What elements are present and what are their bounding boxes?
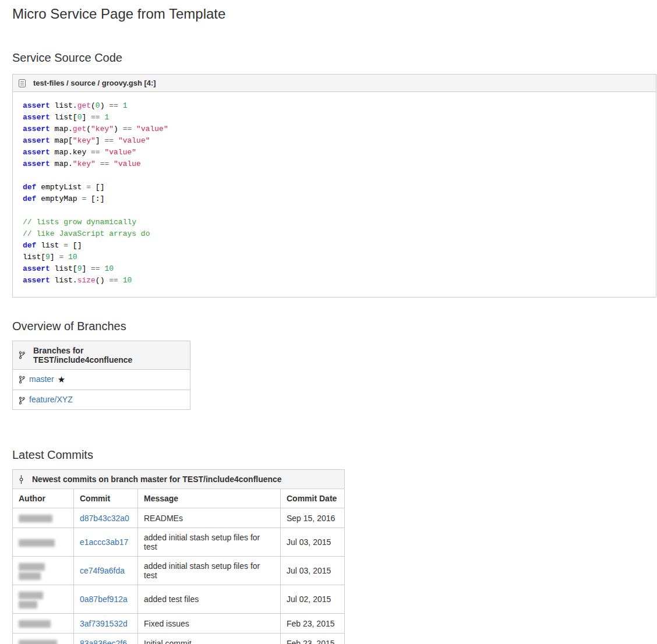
- redacted-author-block: [19, 592, 43, 599]
- commit-author-redacted: [13, 557, 74, 585]
- section-heading-commits: Latest Commits: [12, 448, 657, 462]
- commit-date: Feb 23, 2015: [281, 614, 345, 634]
- redacted-author-block: [19, 640, 57, 644]
- code-line: assert list[9] == 10: [23, 263, 646, 275]
- code-line: assert list.size() == 10: [23, 275, 646, 286]
- commit-row: 3af7391532dFixed issuesFeb 23, 2015: [13, 614, 345, 634]
- branch-icon: [19, 397, 25, 405]
- code-line: list[9] = 10: [23, 252, 646, 263]
- page-title: Micro Service Page from Template: [12, 6, 657, 22]
- commit-message: added test files: [138, 585, 281, 614]
- branches-table: Branches for TEST/include4confluence mas…: [12, 341, 190, 410]
- page-root: Micro Service Page from Template Service…: [0, 0, 657, 644]
- code-lines: assert list.get(0) == 1assert list[0] ==…: [23, 100, 646, 286]
- branch-icon: [19, 351, 25, 359]
- code-line: def emptyMap = [:]: [23, 193, 646, 205]
- commit-row: e1accc3ab17added initial stash setup fil…: [13, 528, 345, 557]
- commit-link[interactable]: 83a836ec2f6: [80, 639, 127, 644]
- commit-row: 0a87bef912aadded test filesJul 02, 2015: [13, 585, 345, 614]
- column-header-author: Author: [13, 489, 74, 508]
- code-line: // like JavaScript arrays do: [23, 228, 646, 240]
- section-heading-source-code: Service Source Code: [12, 51, 657, 65]
- commit-message: added initial stash setup files for test: [138, 528, 281, 557]
- commit-author-redacted: [13, 528, 74, 557]
- commit-row: 83a836ec2f6Initial commitFeb 23, 2015: [13, 634, 345, 644]
- redacted-author-block: [19, 563, 45, 571]
- commit-date: Jul 02, 2015: [281, 585, 345, 614]
- commit-link[interactable]: d87b43c32a0: [80, 514, 129, 523]
- commit-date: Jul 03, 2015: [281, 557, 345, 585]
- code-line: def emptyList = []: [23, 182, 646, 193]
- redacted-author-block: [19, 572, 41, 580]
- code-line: assert map["key"] == "value": [23, 135, 646, 147]
- branches-panel-header: Branches for TEST/include4confluence: [33, 346, 184, 365]
- commit-author-redacted: [13, 508, 74, 528]
- commit-date: Sep 15, 2016: [281, 508, 345, 528]
- branch-row: feature/XYZ: [13, 390, 190, 410]
- commits-panel-header: Newest commits on branch master for TEST…: [32, 475, 282, 484]
- commit-message: READMEs: [138, 508, 281, 528]
- code-block: assert list.get(0) == 1assert list[0] ==…: [13, 92, 656, 297]
- commit-author-redacted: [13, 634, 74, 644]
- code-line: assert map."key" == "value: [23, 158, 646, 170]
- column-header-commit-date: Commit Date: [281, 489, 345, 508]
- redacted-author-block: [19, 620, 51, 628]
- commit-author-redacted: [13, 585, 74, 614]
- redacted-author-block: [19, 601, 37, 608]
- section-heading-branches: Overview of Branches: [12, 320, 657, 333]
- branch-link[interactable]: master: [29, 374, 54, 384]
- commit-message: Fixed issues: [138, 614, 281, 634]
- code-panel-title: test-files / source / groovy.gsh [4:]: [33, 79, 156, 87]
- star-icon: ★: [58, 374, 65, 384]
- commit-row: d87b43c32a0READMEsSep 15, 2016: [13, 508, 345, 528]
- code-line: [23, 170, 646, 182]
- code-line: assert map.get("key") == "value": [23, 123, 646, 135]
- commit-row: ce74f9a6fdaadded initial stash setup fil…: [13, 557, 345, 585]
- commit-link[interactable]: e1accc3ab17: [80, 537, 128, 547]
- branch-link[interactable]: feature/XYZ: [29, 395, 73, 404]
- commit-message: added initial stash setup files for test: [138, 557, 281, 585]
- column-header-commit: Commit: [74, 489, 138, 508]
- code-line: def list = []: [23, 240, 646, 252]
- commit-message: Initial commit: [138, 634, 281, 644]
- commit-link[interactable]: 0a87bef912a: [80, 595, 128, 604]
- column-header-message: Message: [138, 489, 281, 508]
- commits-table: Newest commits on branch master for TEST…: [12, 469, 345, 644]
- commit-link[interactable]: 3af7391532d: [80, 619, 128, 628]
- code-panel: test-files / source / groovy.gsh [4:] as…: [12, 74, 656, 298]
- branches-panel-title-row: Branches for TEST/include4confluence: [13, 341, 190, 370]
- commit-author-redacted: [13, 614, 74, 634]
- code-panel-header: test-files / source / groovy.gsh [4:]: [13, 75, 656, 92]
- branches-rows: master★feature/XYZ: [13, 370, 190, 410]
- branch-icon: [19, 376, 25, 384]
- code-line: assert list[0] == 1: [23, 112, 646, 123]
- redacted-author-block: [19, 539, 55, 547]
- code-line: [23, 205, 646, 217]
- code-line: assert list.get(0) == 1: [23, 100, 646, 112]
- code-line: // lists grow dynamically: [23, 217, 646, 228]
- commits-column-header-row: Author Commit Message Commit Date: [13, 489, 345, 508]
- commit-date: Jul 03, 2015: [281, 528, 345, 557]
- redacted-author-block: [19, 515, 52, 522]
- commits-rows: d87b43c32a0READMEsSep 15, 2016e1accc3ab1…: [13, 508, 345, 644]
- commit-icon: [19, 475, 24, 484]
- commit-link[interactable]: ce74f9a6fda: [80, 566, 125, 575]
- document-icon: [19, 79, 26, 87]
- commit-date: Feb 23, 2015: [281, 634, 345, 644]
- commits-panel-title-row: Newest commits on branch master for TEST…: [13, 470, 345, 489]
- code-line: assert map.key == "value": [23, 147, 646, 158]
- branch-row: master★: [13, 370, 190, 390]
